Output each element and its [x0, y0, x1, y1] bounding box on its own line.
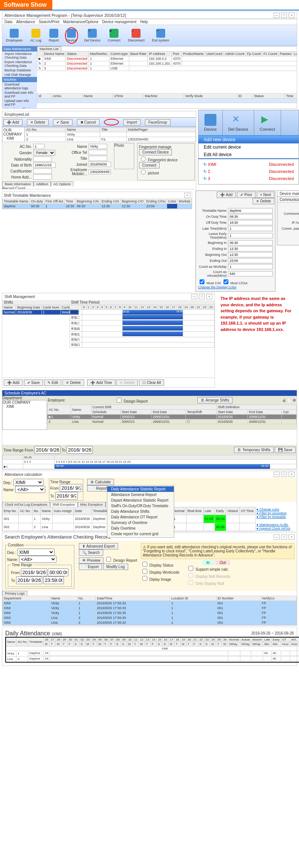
from-date[interactable] [60, 484, 82, 492]
to-date[interactable] [67, 446, 93, 454]
pic-radio[interactable] [141, 170, 146, 174]
clear-btn[interactable]: ☐ Clear All [139, 379, 164, 386]
from-date[interactable] [21, 568, 47, 576]
rep-ot[interactable]: Daily Attendance OT Report [107, 514, 174, 520]
menu-attendance[interactable]: Attendance [16, 20, 35, 24]
close-btn[interactable]: × [289, 534, 295, 540]
dep-select[interactable]: XIMI [17, 549, 55, 556]
link-append[interactable]: ● Append Clock In/Out [256, 527, 296, 530]
count-min[interactable] [228, 271, 273, 276]
zoom-del-button[interactable]: ✕Del Device [223, 110, 254, 135]
conn-device-btn[interactable]: Connect Device [139, 149, 172, 155]
facegroup-button[interactable]: FaceGroup [145, 119, 170, 125]
min-btn[interactable]: — [191, 294, 197, 299]
preview-btn[interactable]: 👁 Preview [79, 557, 104, 564]
acno-input[interactable] [33, 144, 44, 149]
close-button[interactable]: × [289, 13, 295, 18]
del-device-button[interactable]: ✕Del Device [83, 28, 102, 43]
table-row[interactable]: ↻2Disconnected1Ethernet192.168.1.2014370 [37, 61, 297, 66]
offtel-input[interactable] [89, 150, 107, 155]
supp-calc[interactable] [188, 566, 193, 571]
disp-status[interactable] [142, 562, 147, 567]
adv-export-btn[interactable]: ⬆ Advanced Export [79, 543, 118, 549]
subcompany[interactable]: XIMI [3, 136, 24, 140]
nat-input[interactable] [33, 156, 52, 162]
connect-btn[interactable]: Connect [139, 162, 160, 168]
menu-search[interactable]: Search/Print [39, 20, 59, 24]
minimize-button[interactable]: — [274, 13, 280, 18]
menu-data[interactable]: Data [4, 20, 12, 24]
to-date[interactable] [55, 492, 78, 500]
menu-help[interactable]: Help [140, 20, 148, 24]
save-btn[interactable]: 💾 Save [275, 447, 296, 453]
end-in[interactable] [228, 246, 273, 251]
rep-sum[interactable]: Summary of Overtime [107, 520, 174, 526]
prior-button[interactable]: ✔Prior [237, 192, 256, 198]
max-btn[interactable]: □ [199, 294, 205, 299]
to-time[interactable] [43, 576, 64, 584]
table-row[interactable]: ▶1VickyNormal2000/1/12999/12/312016/9/26… [47, 415, 297, 419]
tab-ac[interactable]: AC Options [51, 182, 73, 186]
rep-daily-ot[interactable]: Daily Overtime [107, 526, 174, 531]
name-input[interactable] [89, 144, 107, 149]
edit-btn[interactable]: ✎ Edit [44, 379, 61, 386]
name-select[interactable]: <All> [19, 556, 56, 563]
disp-wc[interactable] [142, 569, 147, 574]
delete-button[interactable]: ✕ Delete [27, 119, 49, 125]
table-row[interactable]: XIMILina22016/9/26 17:56:401001FP [3, 615, 297, 620]
menu-edit-device[interactable]: Edit current device [198, 143, 299, 151]
table-row[interactable]: ↻3Disconnected1USB [37, 66, 297, 71]
del-btn[interactable]: ✕ Delete [62, 379, 84, 386]
tab-add[interactable]: Addition [34, 182, 51, 186]
employees-button[interactable]: Employees [4, 28, 24, 43]
fp-radio[interactable] [141, 156, 146, 161]
rep-general[interactable]: Attendance General Report [107, 492, 174, 497]
begin-out[interactable] [228, 252, 273, 257]
close-btn[interactable]: × [289, 472, 295, 477]
table-row[interactable]: XIMIVicky12016/9/26 17:56:321001FP [3, 601, 297, 605]
list-item[interactable]: ↻ 2Disconnected [200, 168, 297, 175]
deltime-btn[interactable]: ✕ Delete [116, 379, 138, 386]
arrange-btn[interactable]: 🗓 Arrange Shifts [197, 397, 232, 403]
add-button[interactable]: ➕ Add [3, 119, 22, 125]
device-button[interactable]: Device [65, 27, 78, 44]
late-mins[interactable] [228, 226, 273, 231]
change-color-link[interactable]: Change the Display Color [198, 285, 273, 289]
list-item[interactable]: ↻ XIMIDisconnected [200, 161, 297, 168]
side-usb[interactable]: Usb Disk Manage [2, 72, 37, 77]
link-filter-tt[interactable]: ● Filter by timetable [256, 515, 296, 519]
begin-in[interactable] [228, 240, 273, 245]
aclog-button[interactable]: AC Log [29, 28, 43, 43]
side-backup[interactable]: Backup Database [2, 68, 37, 72]
name-select[interactable]: <All> [15, 486, 45, 493]
joined-input[interactable] [89, 162, 111, 167]
maximize-button[interactable]: □ [281, 13, 287, 18]
import-button[interactable]: Import [123, 119, 141, 125]
table-row[interactable]: XIMILina22016/9/26 17:56:421001FP [3, 620, 297, 625]
workday[interactable] [228, 264, 273, 269]
side-export[interactable]: Export Attendance Checking Data [2, 60, 37, 68]
tab-basic[interactable]: Basic Information [2, 182, 34, 186]
tt-name[interactable] [228, 208, 273, 213]
company-node[interactable]: OUR COMPANY [3, 400, 47, 404]
zoom-connect-button[interactable]: ▶Connect [254, 110, 281, 135]
delete-button[interactable]: ✕Delete [253, 198, 274, 204]
disconnect-button[interactable]: ⦸Disconnect [126, 28, 146, 43]
card-input[interactable] [33, 168, 52, 174]
from-date[interactable] [34, 446, 61, 454]
trans-button[interactable] [104, 119, 119, 125]
tab-clock[interactable]: Clock In/Out Log Exceptions [2, 502, 50, 507]
exit-button[interactable]: ↩Exit system [151, 28, 171, 43]
close-button[interactable]: × [184, 193, 190, 198]
zoom-device-button[interactable]: Device [198, 110, 223, 135]
menu-device[interactable]: Device management [102, 20, 136, 24]
from-time[interactable] [48, 568, 68, 576]
end-out[interactable] [228, 258, 273, 263]
side-dl-logs[interactable]: Download attendance logs [2, 82, 37, 90]
side-import[interactable]: Import Attendance Checking Data [2, 52, 37, 60]
dob-input[interactable] [33, 162, 56, 168]
rep-daily-stat[interactable]: Daily Attendance Statistic Report [107, 486, 174, 492]
title-input[interactable] [89, 156, 107, 161]
table-row[interactable]: XIMIVicky12016/9/26 17:56:351001FP [3, 610, 297, 615]
cancel-button[interactable]: ✖ Cancel [77, 119, 99, 125]
